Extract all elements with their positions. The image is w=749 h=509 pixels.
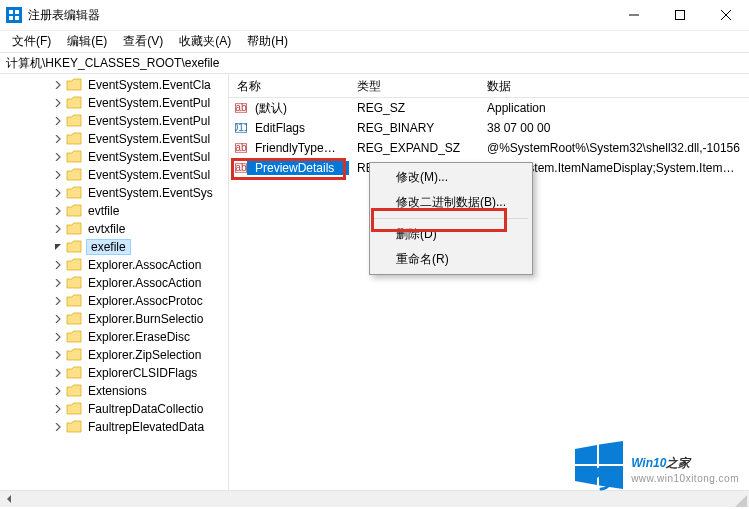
string-value-icon: ab (229, 101, 247, 115)
list-row[interactable]: abFriendlyTypeN...REG_EXPAND_SZ@%SystemR… (229, 138, 749, 158)
folder-icon (66, 366, 82, 380)
folder-icon (66, 96, 82, 110)
ctx-modify[interactable]: 修改(M)... (372, 165, 530, 190)
ctx-separator (374, 218, 528, 219)
value-name: PreviewDetails (247, 161, 349, 175)
tree-item[interactable]: Extensions (0, 382, 228, 400)
tree-item-label: evtxfile (86, 222, 127, 236)
address-bar[interactable]: 计算机\HKEY_CLASSES_ROOT\exefile (0, 52, 749, 74)
tree-item[interactable]: EventSystem.EventSys (0, 184, 228, 202)
tree-item-label: exefile (86, 239, 131, 255)
svg-rect-0 (9, 10, 13, 14)
ctx-delete[interactable]: 删除(D) (372, 222, 530, 247)
ctx-modify-binary[interactable]: 修改二进制数据(B)... (372, 190, 530, 215)
chevron-right-icon[interactable] (52, 169, 64, 181)
chevron-right-icon[interactable] (52, 331, 64, 343)
tree-item[interactable]: EventSystem.EventSul (0, 148, 228, 166)
chevron-right-icon[interactable] (52, 259, 64, 271)
menubar: 文件(F) 编辑(E) 查看(V) 收藏夹(A) 帮助(H) (0, 30, 749, 52)
tree-item[interactable]: EventSystem.EventPul (0, 94, 228, 112)
tree-item[interactable]: Explorer.BurnSelectio (0, 310, 228, 328)
chevron-right-icon[interactable] (52, 97, 64, 109)
menu-view[interactable]: 查看(V) (115, 31, 171, 52)
tree-item[interactable]: Explorer.EraseDisc (0, 328, 228, 346)
tree-item-label: Explorer.ZipSelection (86, 348, 203, 362)
chevron-right-icon[interactable] (52, 277, 64, 289)
chevron-right-icon[interactable] (52, 151, 64, 163)
svg-rect-1 (15, 10, 19, 14)
folder-icon (66, 348, 82, 362)
folder-icon (66, 222, 82, 236)
value-data: 38 07 00 00 (479, 121, 749, 135)
scroll-left-button[interactable] (0, 491, 18, 507)
tree-item[interactable]: EventSystem.EventSul (0, 166, 228, 184)
horizontal-scrollbar[interactable] (0, 490, 749, 507)
chevron-right-icon[interactable] (52, 205, 64, 217)
scroll-track[interactable] (18, 491, 749, 507)
folder-icon (66, 258, 82, 272)
tree-item[interactable]: FaultrepDataCollectio (0, 400, 228, 418)
tree-item-label: Explorer.AssocAction (86, 258, 203, 272)
list-row[interactable]: ab(默认)REG_SZApplication (229, 98, 749, 118)
svg-text:ab: ab (235, 142, 247, 153)
tree-item[interactable]: Explorer.AssocAction (0, 274, 228, 292)
chevron-right-icon[interactable] (52, 313, 64, 325)
tree-item[interactable]: Explorer.AssocProtoc (0, 292, 228, 310)
chevron-right-icon[interactable] (52, 295, 64, 307)
chevron-down-icon[interactable] (52, 241, 64, 253)
menu-help[interactable]: 帮助(H) (239, 31, 296, 52)
tree-item[interactable]: EventSystem.EventCla (0, 76, 228, 94)
tree-item[interactable]: Explorer.AssocAction (0, 256, 228, 274)
corner-dogear (735, 495, 747, 507)
maximize-button[interactable] (657, 0, 703, 30)
svg-rect-2 (9, 16, 13, 20)
menu-favorites[interactable]: 收藏夹(A) (171, 31, 239, 52)
chevron-right-icon[interactable] (52, 421, 64, 433)
tree-item[interactable]: FaultrepElevatedData (0, 418, 228, 436)
menu-file[interactable]: 文件(F) (4, 31, 59, 52)
tree-item[interactable]: ExplorerCLSIDFlags (0, 364, 228, 382)
chevron-right-icon[interactable] (52, 187, 64, 199)
chevron-right-icon[interactable] (52, 385, 64, 397)
chevron-right-icon[interactable] (52, 223, 64, 235)
col-data[interactable]: 数据 (479, 74, 749, 97)
watermark: Win10之家 www.win10xitong.com (573, 439, 739, 491)
col-type[interactable]: 类型 (349, 74, 479, 97)
list-pane[interactable]: 名称 类型 数据 ab(默认)REG_SZApplication011EditF… (229, 74, 749, 490)
tree-item[interactable]: exefile (0, 238, 228, 256)
folder-icon (66, 114, 82, 128)
tree-item[interactable]: EventSystem.EventPul (0, 112, 228, 130)
chevron-right-icon[interactable] (52, 115, 64, 127)
context-menu: 修改(M)... 修改二进制数据(B)... 删除(D) 重命名(R) (369, 162, 533, 275)
list-row[interactable]: 011EditFlagsREG_BINARY38 07 00 00 (229, 118, 749, 138)
folder-icon (66, 312, 82, 326)
chevron-right-icon[interactable] (52, 367, 64, 379)
menu-edit[interactable]: 编辑(E) (59, 31, 115, 52)
col-name[interactable]: 名称 (229, 74, 349, 97)
tree-item[interactable]: EventSystem.EventSul (0, 130, 228, 148)
tree-item-label: Explorer.BurnSelectio (86, 312, 205, 326)
folder-icon (66, 384, 82, 398)
minimize-button[interactable] (611, 0, 657, 30)
ctx-rename[interactable]: 重命名(R) (372, 247, 530, 272)
chevron-right-icon[interactable] (52, 403, 64, 415)
folder-icon (66, 204, 82, 218)
chevron-right-icon[interactable] (52, 133, 64, 145)
chevron-right-icon[interactable] (52, 79, 64, 91)
folder-icon (66, 132, 82, 146)
close-button[interactable] (703, 0, 749, 30)
value-type: REG_EXPAND_SZ (349, 141, 479, 155)
tree-item[interactable]: evtxfile (0, 220, 228, 238)
folder-icon (66, 294, 82, 308)
tree-item-label: evtfile (86, 204, 121, 218)
tree-item[interactable]: evtfile (0, 202, 228, 220)
windows-logo-icon (573, 439, 625, 491)
tree-pane[interactable]: EventSystem.EventClaEventSystem.EventPul… (0, 74, 228, 490)
chevron-right-icon[interactable] (52, 349, 64, 361)
tree-item[interactable]: Explorer.ZipSelection (0, 346, 228, 364)
tree-item-label: EventSystem.EventSys (86, 186, 215, 200)
list-header: 名称 类型 数据 (229, 74, 749, 98)
tree-item-label: Explorer.AssocAction (86, 276, 203, 290)
folder-icon (66, 330, 82, 344)
titlebar: 注册表编辑器 (0, 0, 749, 30)
